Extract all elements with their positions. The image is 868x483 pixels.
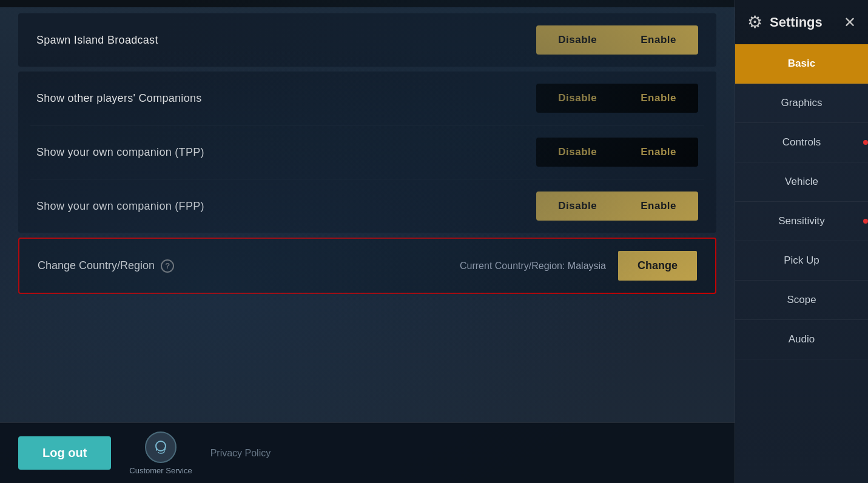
show-own-tpp-toggle: Disable Enable xyxy=(536,138,698,167)
sidebar-nav: Basic Graphics Controls Vehicle Sensitiv… xyxy=(735,44,868,483)
country-label-group: Change Country/Region ? xyxy=(38,259,174,273)
companions-section: Show other players' Companions Disable E… xyxy=(18,72,716,233)
spawn-island-section: Spawn Island Broadcast Disable Enable xyxy=(18,13,716,67)
show-other-companions-enable-btn[interactable]: Enable xyxy=(619,84,698,113)
show-own-tpp-enable-btn[interactable]: Enable xyxy=(619,138,698,167)
customer-service-button[interactable]: Customer Service xyxy=(129,431,192,475)
sidebar-item-sensitivity[interactable]: Sensitivity xyxy=(735,202,868,241)
sidebar-item-scope-label: Scope xyxy=(787,294,816,305)
sidebar-item-graphics-label: Graphics xyxy=(781,97,822,108)
sidebar-item-vehicle[interactable]: Vehicle xyxy=(735,162,868,202)
country-right: Current Country/Region: Malaysia Change xyxy=(460,251,697,281)
show-other-companions-label: Show other players' Companions xyxy=(36,92,202,105)
logout-button[interactable]: Log out xyxy=(18,436,111,470)
country-row: Change Country/Region ? Current Country/… xyxy=(32,239,703,293)
sidebar: ⚙ Settings ✕ Basic Graphics Controls Veh… xyxy=(735,0,868,483)
show-own-fpp-enable-btn[interactable]: Enable xyxy=(619,192,698,221)
show-other-companions-row: Show other players' Companions Disable E… xyxy=(30,72,704,125)
sidebar-item-pickup[interactable]: Pick Up xyxy=(735,241,868,281)
sidebar-title: Settings xyxy=(770,15,823,30)
show-own-tpp-label: Show your own companion (TPP) xyxy=(36,146,204,159)
spawn-island-disable-btn[interactable]: Disable xyxy=(536,25,619,55)
show-own-fpp-row: Show your own companion (FPP) Disable En… xyxy=(30,179,704,233)
current-region-text: Current Country/Region: Malaysia xyxy=(460,261,606,271)
show-own-fpp-label: Show your own companion (FPP) xyxy=(36,200,204,213)
show-other-companions-disable-btn[interactable]: Disable xyxy=(536,84,619,113)
spawn-island-label: Spawn Island Broadcast xyxy=(36,34,158,47)
sidebar-item-sensitivity-label: Sensitivity xyxy=(778,215,825,227)
sidebar-header: ⚙ Settings ✕ xyxy=(735,0,868,44)
spawn-island-toggle: Disable Enable xyxy=(536,25,698,55)
country-section: Change Country/Region ? Current Country/… xyxy=(18,238,716,294)
sidebar-item-controls[interactable]: Controls xyxy=(735,123,868,162)
show-own-tpp-row: Show your own companion (TPP) Disable En… xyxy=(30,125,704,179)
sidebar-item-basic-label: Basic xyxy=(788,58,815,69)
sidebar-item-graphics[interactable]: Graphics xyxy=(735,84,868,123)
sidebar-item-vehicle-label: Vehicle xyxy=(785,176,818,187)
settings-body: Spawn Island Broadcast Disable Enable Sh… xyxy=(0,7,735,430)
sidebar-item-audio[interactable]: Audio xyxy=(735,320,868,359)
sidebar-title-group: ⚙ Settings xyxy=(747,12,823,32)
sidebar-item-basic[interactable]: Basic xyxy=(735,44,868,84)
bottom-bar: Log out Customer Service Privacy Policy xyxy=(0,422,735,483)
change-region-button[interactable]: Change xyxy=(618,251,697,281)
gear-icon: ⚙ xyxy=(747,12,762,32)
customer-service-icon xyxy=(145,431,177,463)
show-other-companions-toggle: Disable Enable xyxy=(536,84,698,113)
spawn-island-row: Spawn Island Broadcast Disable Enable xyxy=(30,13,704,67)
sidebar-item-pickup-label: Pick Up xyxy=(784,255,819,266)
privacy-policy-link[interactable]: Privacy Policy xyxy=(210,448,271,459)
svg-point-0 xyxy=(156,441,166,451)
show-own-tpp-disable-btn[interactable]: Disable xyxy=(536,138,619,167)
spawn-island-enable-btn[interactable]: Enable xyxy=(619,25,698,55)
top-strip xyxy=(0,0,735,7)
sidebar-item-audio-label: Audio xyxy=(789,333,815,345)
show-own-fpp-toggle: Disable Enable xyxy=(536,192,698,221)
headset-svg xyxy=(152,439,169,456)
show-own-fpp-disable-btn[interactable]: Disable xyxy=(536,192,619,221)
close-button[interactable]: ✕ xyxy=(844,14,856,31)
country-label-text: Change Country/Region xyxy=(38,259,155,272)
main-content: Spawn Island Broadcast Disable Enable Sh… xyxy=(0,0,735,483)
help-icon[interactable]: ? xyxy=(161,259,174,273)
customer-service-label: Customer Service xyxy=(129,466,192,475)
sidebar-item-controls-label: Controls xyxy=(782,136,821,148)
sidebar-item-scope[interactable]: Scope xyxy=(735,281,868,320)
